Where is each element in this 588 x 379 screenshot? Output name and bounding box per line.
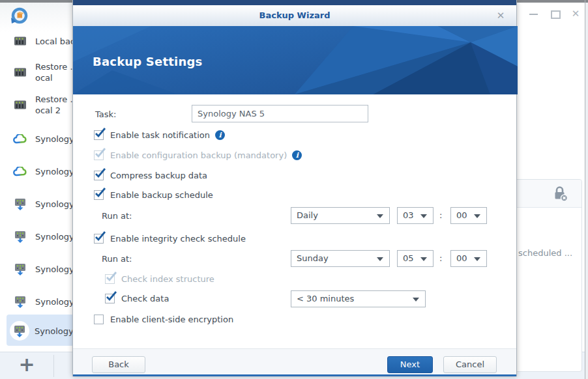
hyper-backup-logo-icon (10, 7, 29, 27)
chevron-down-icon (420, 214, 427, 218)
check-data-checkbox[interactable] (105, 294, 115, 303)
option-label: Enable integrity check schedule (110, 234, 246, 244)
task-sidebar: Local bac Restore ... ocal Restore ... o… (0, 3, 72, 352)
next-button[interactable]: Next (387, 356, 433, 373)
local-nas-icon (13, 65, 27, 79)
chevron-down-icon (377, 214, 383, 218)
sidebar-item-label: Synology (35, 326, 74, 337)
time-separator: : (439, 210, 442, 220)
label-line-1: Restore ... (35, 61, 78, 72)
sidebar-item-label: Synology (35, 264, 74, 275)
app-window: ✕ Local bac Restore . (0, 0, 588, 379)
option-compress-backup-data[interactable]: Compress backup data (94, 169, 207, 181)
sidebar-item-label: Restore ... ocal 2 (35, 94, 78, 116)
info-icon[interactable]: i (292, 150, 302, 160)
dialog-title: Backup Wizard (73, 10, 516, 20)
backup-minute-select[interactable]: 00 (450, 207, 487, 224)
page-title: Backup Settings (93, 55, 202, 68)
sidebar-item-label: Local bac (35, 36, 75, 47)
schedule-status-text: scheduled ... (518, 248, 572, 258)
check-index-checkbox (105, 274, 115, 284)
run-at-label: Run at: (102, 254, 132, 264)
window-close-icon[interactable]: ✕ (570, 8, 581, 20)
option-check-index-structure: Check index structure (105, 273, 214, 285)
dialog-close-icon[interactable]: ✕ (494, 9, 507, 22)
time-separator: : (439, 253, 442, 263)
chevron-down-icon (377, 257, 383, 261)
c2-cloud-icon (13, 164, 27, 178)
client-encryption-checkbox[interactable] (94, 315, 104, 324)
selected-value: 00 (456, 210, 467, 220)
selected-value: < 30 minutes (297, 294, 354, 303)
selected-value: Sunday (297, 253, 329, 263)
remote-nas-icon (13, 294, 27, 309)
backup-wizard-dialog: Backup Wizard ✕ Back (72, 0, 517, 376)
minimize-icon[interactable] (528, 8, 540, 20)
lock-remove-icon[interactable] (553, 186, 568, 203)
dialog-bottom-border (73, 374, 516, 376)
chevron-down-icon (474, 257, 480, 261)
window-right-gutter (585, 3, 588, 379)
info-icon[interactable]: i (215, 130, 225, 140)
remote-nas-icon (13, 262, 27, 276)
selected-value: Daily (297, 210, 318, 220)
window-controls: ✕ (528, 7, 581, 21)
add-task-button[interactable]: + (17, 354, 37, 376)
cancel-button[interactable]: Cancel (443, 356, 497, 373)
local-nas-icon (13, 98, 27, 112)
check-data-duration-select[interactable]: < 30 minutes (291, 290, 426, 307)
sidebar-item-label: Synology (35, 199, 74, 210)
option-label: Check index structure (121, 274, 214, 284)
integrity-schedule-checkbox[interactable] (94, 234, 104, 244)
chevron-down-icon (413, 298, 419, 302)
option-label: Enable configuration backup (mandatory) (110, 150, 287, 160)
chevron-down-icon (420, 257, 427, 261)
backup-frequency-select[interactable]: Daily (291, 207, 390, 224)
backup-schedule-checkbox[interactable] (94, 190, 104, 200)
option-label: Check data (121, 294, 169, 303)
run-at-label: Run at: (102, 211, 132, 221)
label-line-2: ocal (35, 72, 78, 83)
task-name-input[interactable] (192, 105, 368, 122)
sidebar-item-label: Synology (35, 166, 74, 177)
selected-value: 03 (403, 210, 414, 220)
sidebar-item-label: Synology (35, 296, 74, 307)
option-enable-client-side-encryption[interactable]: Enable client-side encryption (94, 313, 233, 325)
remote-nas-icon (13, 229, 27, 244)
task-label: Task: (95, 109, 116, 119)
sidebar-item-label: Synology (35, 133, 74, 145)
configuration-backup-checkbox (94, 150, 104, 160)
dialog-banner: Backup Settings (73, 26, 518, 94)
compress-checkbox[interactable] (94, 171, 104, 180)
maximize-icon[interactable] (549, 8, 561, 20)
local-nas-icon (13, 34, 27, 48)
c2-cloud-icon (13, 132, 27, 146)
integrity-hour-select[interactable]: 05 (397, 250, 434, 267)
option-label: Compress backup data (110, 171, 207, 180)
back-button[interactable]: Back (92, 356, 145, 373)
remote-nas-icon (13, 197, 27, 211)
backup-hour-select[interactable]: 03 (397, 207, 434, 224)
integrity-frequency-select[interactable]: Sunday (291, 250, 390, 267)
label-line-2: ocal 2 (35, 105, 78, 116)
remote-nas-icon (10, 321, 29, 341)
option-enable-configuration-backup: Enable configuration backup (mandatory) … (94, 149, 302, 161)
chevron-down-icon (474, 214, 480, 218)
dialog-titlebar: Backup Wizard ✕ (73, 5, 516, 26)
task-notification-checkbox[interactable] (94, 130, 104, 140)
sidebar-item-label: Restore ... ocal (35, 61, 78, 83)
option-enable-task-notification[interactable]: Enable task notification i (94, 129, 225, 141)
selected-value: 05 (403, 253, 414, 263)
integrity-minute-select[interactable]: 00 (450, 250, 487, 267)
dialog-footer: Back Next Cancel (73, 348, 516, 374)
dialog-top-border (73, 0, 516, 5)
label-line-1: Restore ... (35, 94, 78, 105)
sidebar-item-label: Synology (35, 231, 74, 242)
option-enable-backup-schedule[interactable]: Enable backup schedule (94, 189, 213, 201)
option-label: Enable task notification (110, 130, 210, 140)
selected-value: 00 (456, 253, 467, 263)
footer-divider (53, 355, 54, 377)
option-check-data[interactable]: Check data (105, 292, 169, 304)
option-enable-integrity-check-schedule[interactable]: Enable integrity check schedule (94, 232, 246, 244)
option-label: Enable backup schedule (110, 190, 213, 200)
